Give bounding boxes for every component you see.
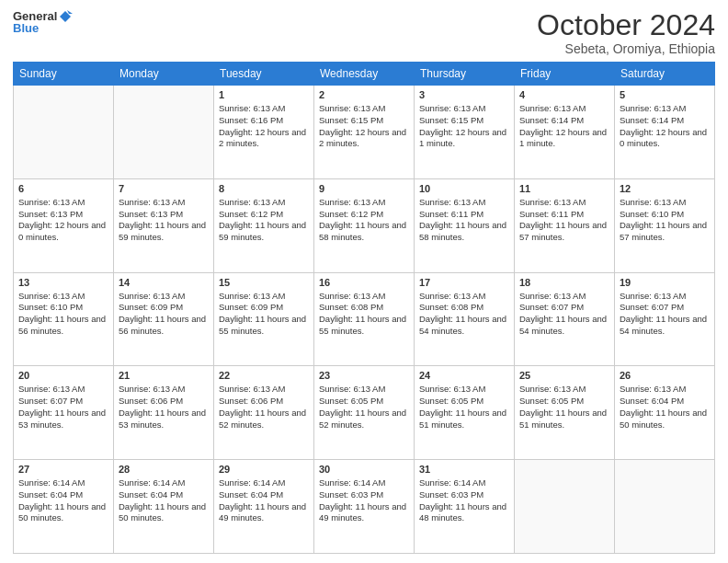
day-cell-6: 6Sunrise: 6:13 AMSunset: 6:13 PMDaylight… — [14, 178, 114, 272]
logo-icon — [58, 9, 73, 24]
day-cell-18: 18Sunrise: 6:13 AMSunset: 6:07 PMDayligh… — [515, 272, 615, 366]
sunrise-text: Sunrise: 6:13 AM — [319, 291, 385, 301]
day-number: 2 — [319, 88, 409, 102]
daylight-text: Daylight: 12 hours and 2 minutes. — [319, 127, 406, 149]
daylight-text: Daylight: 11 hours and 49 minutes. — [219, 501, 306, 523]
daylight-text: Daylight: 11 hours and 59 minutes. — [219, 220, 306, 242]
day-cell-5: 5Sunrise: 6:13 AMSunset: 6:14 PMDaylight… — [615, 86, 715, 179]
sunrise-text: Sunrise: 6:13 AM — [18, 384, 85, 394]
sunrise-text: Sunrise: 6:13 AM — [419, 291, 485, 301]
empty-cell — [615, 460, 715, 554]
sunrise-text: Sunrise: 6:13 AM — [119, 384, 185, 394]
sunset-text: Sunset: 6:13 PM — [18, 209, 83, 219]
sunset-text: Sunset: 6:06 PM — [119, 396, 183, 406]
daylight-text: Daylight: 11 hours and 52 minutes. — [319, 408, 406, 430]
sunrise-text: Sunrise: 6:13 AM — [119, 291, 185, 301]
day-number: 15 — [219, 276, 309, 290]
sunrise-text: Sunrise: 6:14 AM — [319, 477, 385, 488]
daylight-text: Daylight: 11 hours and 50 minutes. — [620, 408, 707, 430]
daylight-text: Daylight: 11 hours and 55 minutes. — [219, 314, 306, 336]
daylight-text: Daylight: 11 hours and 59 minutes. — [119, 220, 206, 242]
day-cell-24: 24Sunrise: 6:13 AMSunset: 6:05 PMDayligh… — [415, 366, 515, 460]
daylight-text: Daylight: 11 hours and 54 minutes. — [620, 314, 707, 336]
sunset-text: Sunset: 6:09 PM — [119, 302, 183, 312]
day-cell-11: 11Sunrise: 6:13 AMSunset: 6:11 PMDayligh… — [515, 178, 615, 272]
day-number: 8 — [219, 182, 309, 196]
day-cell-19: 19Sunrise: 6:13 AMSunset: 6:07 PMDayligh… — [615, 272, 715, 366]
day-number: 4 — [519, 88, 609, 102]
week-row-5: 27Sunrise: 6:14 AMSunset: 6:04 PMDayligh… — [14, 460, 715, 554]
week-row-2: 6Sunrise: 6:13 AMSunset: 6:13 PMDaylight… — [14, 178, 715, 272]
sunrise-text: Sunrise: 6:13 AM — [219, 197, 285, 207]
sunrise-text: Sunrise: 6:13 AM — [419, 197, 485, 207]
day-number: 25 — [519, 369, 609, 383]
daylight-text: Daylight: 11 hours and 51 minutes. — [519, 408, 607, 430]
sunset-text: Sunset: 6:05 PM — [419, 396, 483, 406]
sunset-text: Sunset: 6:03 PM — [319, 489, 383, 500]
day-cell-31: 31Sunrise: 6:14 AMSunset: 6:03 PMDayligh… — [415, 460, 515, 554]
daylight-text: Daylight: 11 hours and 50 minutes. — [119, 501, 206, 523]
day-number: 3 — [419, 88, 509, 102]
day-number: 26 — [620, 369, 710, 383]
sunset-text: Sunset: 6:05 PM — [319, 396, 383, 406]
daylight-text: Daylight: 11 hours and 54 minutes. — [519, 314, 607, 336]
sunset-text: Sunset: 6:15 PM — [419, 115, 483, 125]
sunset-text: Sunset: 6:12 PM — [219, 209, 283, 219]
sunrise-text: Sunrise: 6:13 AM — [18, 291, 85, 301]
daylight-text: Daylight: 11 hours and 58 minutes. — [419, 220, 506, 242]
sunset-text: Sunset: 6:09 PM — [219, 302, 283, 312]
daylight-text: Daylight: 11 hours and 48 minutes. — [419, 501, 506, 523]
day-cell-1: 1Sunrise: 6:13 AMSunset: 6:16 PMDaylight… — [214, 86, 314, 179]
calendar-table: SundayMondayTuesdayWednesdayThursdayFrid… — [13, 62, 715, 554]
daylight-text: Daylight: 11 hours and 56 minutes. — [18, 314, 106, 336]
sunset-text: Sunset: 6:04 PM — [620, 396, 684, 406]
sunrise-text: Sunrise: 6:13 AM — [219, 384, 285, 394]
logo: General Blue — [13, 9, 73, 35]
sunset-text: Sunset: 6:13 PM — [119, 209, 183, 219]
day-cell-3: 3Sunrise: 6:13 AMSunset: 6:15 PMDaylight… — [415, 86, 515, 179]
day-number: 31 — [419, 463, 509, 477]
sunset-text: Sunset: 6:06 PM — [219, 396, 283, 406]
location-title: Sebeta, Oromiya, Ethiopia — [537, 41, 715, 56]
sunrise-text: Sunrise: 6:13 AM — [519, 197, 586, 207]
empty-cell — [515, 460, 615, 554]
day-cell-16: 16Sunrise: 6:13 AMSunset: 6:08 PMDayligh… — [314, 272, 415, 366]
sunset-text: Sunset: 6:14 PM — [620, 115, 684, 125]
day-number: 21 — [119, 369, 209, 383]
daylight-text: Daylight: 12 hours and 2 minutes. — [219, 127, 306, 149]
day-number: 28 — [119, 463, 209, 477]
daylight-text: Daylight: 11 hours and 53 minutes. — [18, 408, 106, 430]
sunset-text: Sunset: 6:04 PM — [219, 489, 283, 500]
sunrise-text: Sunrise: 6:13 AM — [219, 103, 285, 113]
day-cell-22: 22Sunrise: 6:13 AMSunset: 6:06 PMDayligh… — [214, 366, 314, 460]
daylight-text: Daylight: 12 hours and 1 minute. — [519, 127, 607, 149]
day-number: 18 — [519, 276, 609, 290]
day-cell-15: 15Sunrise: 6:13 AMSunset: 6:09 PMDayligh… — [214, 272, 314, 366]
day-number: 27 — [18, 463, 108, 477]
daylight-text: Daylight: 11 hours and 57 minutes. — [620, 220, 707, 242]
sunset-text: Sunset: 6:15 PM — [319, 115, 383, 125]
header: General Blue October 2024 Sebeta, Oromiy… — [13, 9, 715, 56]
day-cell-9: 9Sunrise: 6:13 AMSunset: 6:12 PMDaylight… — [314, 178, 415, 272]
day-number: 30 — [319, 463, 409, 477]
daylight-text: Daylight: 11 hours and 52 minutes. — [219, 408, 306, 430]
day-number: 13 — [18, 276, 108, 290]
daylight-text: Daylight: 12 hours and 1 minute. — [419, 127, 506, 149]
day-cell-20: 20Sunrise: 6:13 AMSunset: 6:07 PMDayligh… — [14, 366, 114, 460]
logo-blue: Blue — [13, 22, 39, 35]
sunset-text: Sunset: 6:14 PM — [519, 115, 584, 125]
day-cell-25: 25Sunrise: 6:13 AMSunset: 6:05 PMDayligh… — [515, 366, 615, 460]
week-row-1: 1Sunrise: 6:13 AMSunset: 6:16 PMDaylight… — [14, 86, 715, 179]
day-number: 12 — [620, 182, 710, 196]
day-number: 20 — [18, 369, 108, 383]
day-cell-2: 2Sunrise: 6:13 AMSunset: 6:15 PMDaylight… — [314, 86, 415, 179]
empty-cell — [114, 86, 214, 179]
sunrise-text: Sunrise: 6:13 AM — [18, 197, 85, 207]
daylight-text: Daylight: 11 hours and 55 minutes. — [319, 314, 406, 336]
daylight-text: Daylight: 11 hours and 57 minutes. — [519, 220, 607, 242]
sunrise-text: Sunrise: 6:13 AM — [319, 197, 385, 207]
day-cell-29: 29Sunrise: 6:14 AMSunset: 6:04 PMDayligh… — [214, 460, 314, 554]
day-cell-26: 26Sunrise: 6:13 AMSunset: 6:04 PMDayligh… — [615, 366, 715, 460]
svg-marker-1 — [67, 10, 73, 14]
sunset-text: Sunset: 6:16 PM — [219, 115, 283, 125]
